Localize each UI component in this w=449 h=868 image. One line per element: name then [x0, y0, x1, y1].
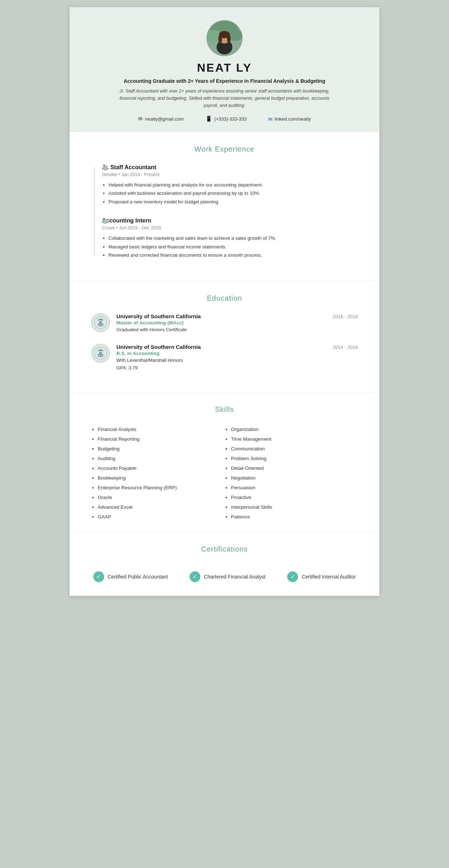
- skills-col-left: Financial Analysis Financial Reporting B…: [91, 424, 224, 522]
- skill-8: Oracle: [98, 493, 224, 502]
- education-section: Education University of Southern Califor…: [70, 281, 379, 392]
- cert-check-3: ✓: [287, 571, 298, 582]
- skill-11: Organization: [231, 424, 358, 434]
- skill-16: Negotiation: [231, 473, 358, 483]
- edu-entry-2: University of Southern California B.S. i…: [91, 344, 358, 372]
- svg-rect-16: [99, 352, 102, 355]
- skill-18: Proactive: [231, 493, 358, 502]
- avatar-wrap: [84, 20, 365, 56]
- bullet-1-3: Proposed a new inventory model for budge…: [108, 198, 358, 206]
- edu-row-1: University of Southern California Master…: [116, 313, 358, 334]
- skill-6: Bookkeeping: [98, 473, 224, 483]
- skill-4: Auditing: [98, 454, 224, 463]
- phone-icon: 📱: [205, 116, 212, 122]
- education-title: Education: [91, 294, 358, 302]
- edu-year-2: 2014 - 2018: [333, 344, 358, 350]
- skill-13: Communication: [231, 444, 358, 454]
- resume-container: NEAT LY Accounting Graduate with 2+ Year…: [70, 7, 379, 596]
- summary: Jr. Staff Accountant with over 2+ years …: [113, 87, 336, 109]
- skill-1: Financial Analysis: [98, 424, 224, 434]
- job-meta-2: Crowe • Jun 2019 - Dec 2019: [102, 225, 358, 230]
- cert-1: ✓ Certified Public Accountant: [93, 571, 168, 582]
- job-title-2: Accounting Intern: [102, 217, 358, 224]
- company-2: Crowe: [102, 225, 115, 230]
- job-1: Jr. Staff Accountant Deloitte • Jan 2019…: [102, 164, 358, 206]
- period-1: Jan 2019 - Present: [121, 172, 160, 177]
- cert-label-3: Certified Internal Auditor: [302, 574, 356, 580]
- timeline: Jr. Staff Accountant Deloitte • Jan 2019…: [91, 164, 358, 259]
- skill-2: Financial Reporting: [98, 434, 224, 444]
- skill-9: Advanced Excel: [98, 502, 224, 512]
- skill-5: Accounts Payable: [98, 463, 224, 473]
- linkedin-icon: in: [268, 116, 273, 122]
- edu-logo-1: [91, 313, 110, 332]
- skill-20: Patience: [231, 512, 358, 522]
- edu-entry-1: University of Southern California Master…: [91, 313, 358, 334]
- contact-row: ✉ neatly@gmail.com 📱 (+333)-333-333 in l…: [84, 116, 365, 122]
- phone-text: (+333)-333-333: [214, 116, 247, 122]
- period-sep-1: •: [119, 172, 121, 177]
- timeline-dot-1: [103, 166, 108, 171]
- skills-list-right: Organization Time Management Communicati…: [224, 424, 358, 522]
- svg-rect-13: [100, 325, 101, 327]
- skill-12: Time Management: [231, 434, 358, 444]
- skill-3: Budgeting: [98, 444, 224, 454]
- email-icon: ✉: [138, 116, 143, 122]
- cert-check-2: ✓: [190, 571, 200, 582]
- header-section: NEAT LY Accounting Graduate with 2+ Year…: [70, 7, 379, 132]
- edu-school-2: University of Southern California B.S. i…: [116, 344, 201, 372]
- job-bullets-2: Collaborated with the marketing and sale…: [102, 234, 358, 259]
- edu-row-2: University of Southern California B.S. i…: [116, 344, 358, 372]
- bullet-2-2: Managed basic ledgers and financial inco…: [108, 243, 358, 251]
- work-experience-section: Work Experience Jr. Staff Accountant Del…: [70, 132, 379, 281]
- svg-rect-18: [100, 356, 101, 357]
- work-experience-title: Work Experience: [91, 145, 358, 153]
- skill-17: Persuasion: [231, 483, 358, 493]
- email-text: neatly@gmail.com: [145, 116, 183, 122]
- edu-year-1: 2018 - 2019: [333, 313, 358, 319]
- bullet-1-1: Helped with financial planning and analy…: [108, 181, 358, 189]
- edu-info-1: University of Southern California Master…: [116, 313, 358, 334]
- period-2: Jun 2019 - Dec 2019: [119, 225, 161, 230]
- linkedin-text: linked.com/neatly: [275, 116, 311, 122]
- cert-3: ✓ Certified Internal Auditor: [287, 571, 356, 582]
- candidate-name: NEAT LY: [84, 61, 365, 75]
- linkedin-contact: in linked.com/neatly: [268, 116, 311, 122]
- certifications-title: Certifications: [91, 545, 358, 553]
- cert-row: ✓ Certified Public Accountant ✓ Chartere…: [91, 564, 358, 586]
- avatar: [206, 20, 243, 56]
- svg-rect-11: [99, 321, 102, 324]
- job-bullets-1: Helped with financial planning and analy…: [102, 181, 358, 206]
- edu-logo-2: [91, 344, 110, 363]
- cert-label-2: Chartered Financial Analyst: [204, 574, 266, 580]
- svg-point-8: [227, 35, 231, 43]
- skills-title: Skills: [91, 405, 358, 414]
- skills-grid: Financial Analysis Financial Reporting B…: [91, 424, 358, 522]
- skills-section: Skills Financial Analysis Financial Repo…: [70, 392, 379, 532]
- skill-19: Interpersonal Skills: [231, 502, 358, 512]
- skill-7: Enterprise Resource Planning (ERP): [98, 483, 224, 493]
- job-2: Accounting Intern Crowe • Jun 2019 - Dec…: [102, 217, 358, 259]
- edu-info-2: University of Southern California B.S. i…: [116, 344, 358, 372]
- skills-col-right: Organization Time Management Communicati…: [224, 424, 358, 522]
- skill-15: Detail-Oriented: [231, 463, 358, 473]
- email-contact: ✉ neatly@gmail.com: [138, 116, 183, 122]
- skill-14: Problem Solving: [231, 454, 358, 463]
- bullet-2-1: Collaborated with the marketing and sale…: [108, 234, 358, 242]
- svg-point-7: [218, 35, 222, 43]
- edu-school-1: University of Southern California Master…: [116, 313, 201, 334]
- certifications-section: Certifications ✓ Certified Public Accoun…: [70, 532, 379, 596]
- skill-10: GAAP: [98, 512, 224, 522]
- job-meta-1: Deloitte • Jan 2019 - Present: [102, 172, 358, 177]
- company-1: Deloitte: [102, 172, 117, 177]
- phone-contact: 📱 (+333)-333-333: [205, 116, 247, 122]
- cert-label-1: Certified Public Accountant: [108, 574, 168, 580]
- job-title-1: Jr. Staff Accountant: [102, 164, 358, 171]
- cert-2: ✓ Chartered Financial Analyst: [190, 571, 266, 582]
- cert-check-1: ✓: [93, 571, 104, 582]
- bullet-1-2: Assisted with business acceleration and …: [108, 189, 358, 197]
- skills-list-left: Financial Analysis Financial Reporting B…: [91, 424, 224, 522]
- tagline: Accounting Graduate with 2+ Years of Exp…: [84, 78, 365, 84]
- bullet-2-3: Reviewed and corrected financial documen…: [108, 251, 358, 259]
